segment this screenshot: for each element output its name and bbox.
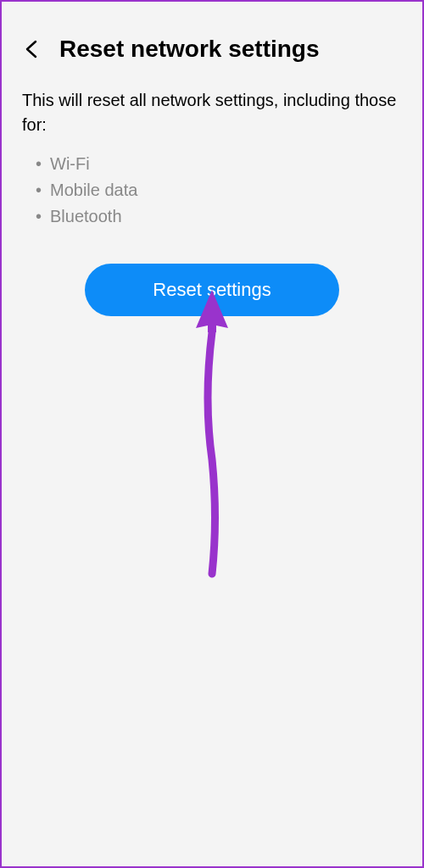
description-text: This will reset all network settings, in… bbox=[2, 80, 422, 147]
bullet-list: Wi-Fi Mobile data Bluetooth bbox=[2, 147, 422, 255]
button-container: Reset settings bbox=[2, 255, 422, 325]
list-item: Wi-Fi bbox=[36, 151, 388, 177]
list-item: Bluetooth bbox=[36, 203, 388, 230]
header: Reset network settings bbox=[2, 2, 422, 80]
back-icon[interactable] bbox=[22, 39, 42, 59]
annotation-arrow-icon bbox=[191, 290, 233, 581]
page-title: Reset network settings bbox=[59, 36, 320, 63]
reset-settings-button[interactable]: Reset settings bbox=[85, 264, 339, 316]
list-item: Mobile data bbox=[36, 177, 388, 203]
